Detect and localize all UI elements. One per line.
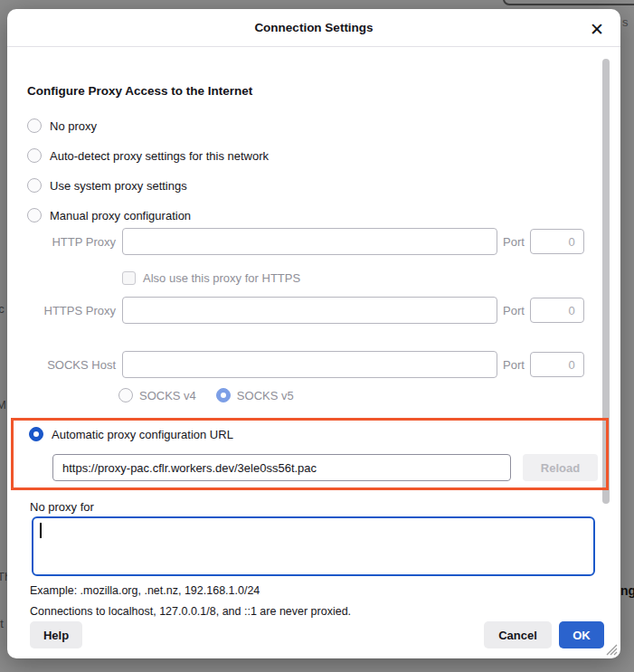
connection-settings-dialog: Connection Settings ✕ Configure Proxy Ac… — [7, 9, 620, 658]
checkbox-icon[interactable] — [122, 271, 136, 285]
https-proxy-label: HTTPS Proxy — [7, 304, 122, 317]
never-proxied-note: Connections to localhost, 127.0.0.1/8, a… — [30, 605, 351, 618]
http-port-input[interactable] — [530, 229, 584, 254]
radio-auto-detect[interactable]: Auto-detect proxy settings for this netw… — [27, 148, 269, 163]
radio-label: Automatic proxy configuration URL — [52, 428, 233, 441]
checkbox-label: Also use this proxy for HTTPS — [143, 271, 300, 285]
radio-no-proxy[interactable]: No proxy — [27, 118, 97, 133]
dialog-content: Configure Proxy Access to the Internet N… — [7, 48, 620, 658]
help-button[interactable]: Help — [30, 621, 82, 648]
resize-handle-icon[interactable] — [603, 641, 618, 656]
auto-proxy-url-row: Reload — [52, 454, 598, 481]
https-port-input[interactable] — [530, 298, 584, 323]
radio-label: Use system proxy settings — [50, 179, 187, 193]
http-proxy-label: HTTP Proxy — [7, 235, 122, 249]
background-text-fragment: rt — [0, 617, 4, 630]
background-text-fragment: s — [622, 15, 629, 29]
radio-manual-proxy[interactable]: Manual proxy configuration — [27, 208, 191, 222]
socks-port-input[interactable] — [530, 352, 584, 377]
radio-icon[interactable] — [27, 208, 42, 222]
socks-version-row: SOCKS v4 SOCKS v5 — [118, 388, 294, 402]
background-text-fragment: M — [0, 398, 6, 412]
no-proxy-for-label: No proxy for — [30, 500, 94, 514]
socks-host-row: SOCKS Host Port — [7, 351, 584, 378]
ok-button[interactable]: OK — [559, 621, 604, 648]
https-proxy-row: HTTPS Proxy Port — [7, 297, 584, 324]
dialog-title: Connection Settings — [254, 21, 373, 34]
http-proxy-row: HTTP Proxy Port — [7, 228, 584, 255]
radio-socks-v5[interactable]: SOCKS v5 — [216, 388, 294, 402]
text-cursor — [40, 523, 42, 538]
socks-v5-label: SOCKS v5 — [237, 389, 294, 402]
no-proxy-example-text: Example: .mozilla.org, .net.nz, 192.168.… — [30, 584, 260, 597]
also-use-https-checkbox-row[interactable]: Also use this proxy for HTTPS — [122, 271, 300, 285]
https-port-label: Port — [503, 304, 525, 317]
radio-icon[interactable] — [27, 148, 42, 163]
background-button-outline-fragment — [503, 0, 634, 5]
socks-host-input[interactable] — [122, 351, 497, 378]
background-text-fragment: ec — [0, 302, 5, 316]
radio-label: Manual proxy configuration — [50, 209, 191, 222]
radio-icon[interactable] — [27, 118, 42, 133]
radio-icon-selected[interactable] — [29, 427, 43, 441]
radio-label: Auto-detect proxy settings for this netw… — [50, 149, 269, 163]
auto-proxy-url-input[interactable] — [52, 454, 511, 481]
section-heading: Configure Proxy Access to the Internet — [27, 84, 252, 98]
close-icon[interactable]: ✕ — [586, 18, 608, 40]
socks-host-label: SOCKS Host — [7, 358, 122, 372]
radio-socks-v4-icon[interactable] — [118, 388, 133, 402]
radio-auto-proxy-url[interactable]: Automatic proxy configuration URL — [29, 427, 233, 441]
cancel-button[interactable]: Cancel — [484, 621, 552, 648]
reload-button[interactable]: Reload — [523, 454, 598, 481]
radio-label: No proxy — [50, 119, 97, 133]
radio-socks-v5-icon[interactable] — [216, 388, 231, 402]
radio-icon[interactable] — [27, 178, 42, 193]
socks-port-label: Port — [503, 358, 525, 372]
dialog-titlebar: Connection Settings ✕ — [7, 9, 620, 47]
background-text-fragment: ng — [620, 583, 634, 598]
no-proxy-for-textarea[interactable] — [32, 516, 595, 576]
socks-v4-label: SOCKS v4 — [139, 389, 196, 402]
http-proxy-input[interactable] — [122, 228, 497, 255]
scrollbar-thumb[interactable] — [602, 59, 610, 504]
radio-system-proxy[interactable]: Use system proxy settings — [27, 178, 187, 193]
http-port-label: Port — [503, 235, 525, 249]
https-proxy-input[interactable] — [122, 297, 497, 324]
